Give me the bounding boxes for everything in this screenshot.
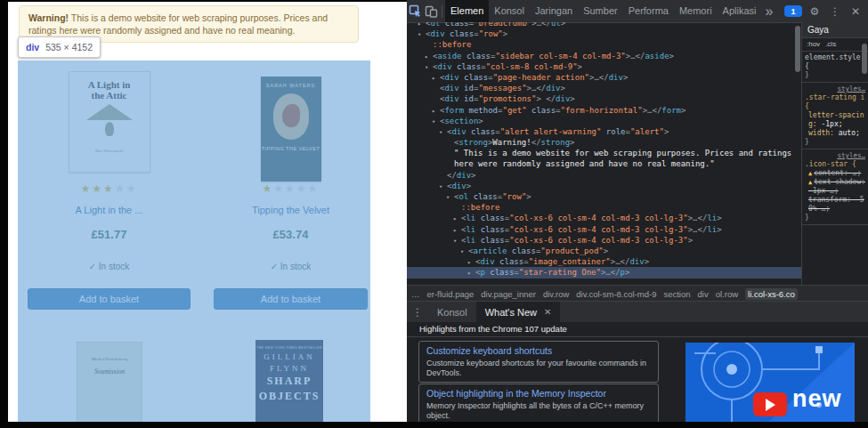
screenshot-stage: Warning! This is a demo website for web …	[0, 0, 868, 428]
syntax-token: here were randomly assigned and have no …	[454, 159, 715, 168]
drawer-tab-what-s-new[interactable]: What's New✕	[476, 302, 561, 323]
syntax-token: class	[471, 127, 495, 136]
device-toolbar-icon[interactable]	[423, 4, 439, 20]
breadcrumb-item[interactable]: er-fluid.page	[427, 289, 475, 299]
syntax-token: </	[536, 84, 546, 93]
syntax-token: class	[531, 106, 556, 115]
dom-tree-node[interactable]: ▸<div class="image_container">…</div>	[407, 256, 801, 267]
issues-badge[interactable]: 1	[784, 5, 802, 17]
dom-tree-node[interactable]: </div>	[407, 170, 801, 181]
expand-arrow-icon[interactable]: ▸	[453, 214, 461, 224]
syntax-token: ul	[430, 22, 440, 28]
whats-new-card: Customize keyboard shortcuts Customize k…	[418, 341, 659, 383]
tab-konsol[interactable]: Konsol	[489, 0, 530, 22]
dom-tree-node[interactable]: <div id="messages">…</div>	[407, 83, 801, 93]
dom-tree-node[interactable]: ▾<section>	[407, 116, 801, 126]
dom-tree-node[interactable]: ▸<form method="get" class="form-horizont…	[407, 105, 801, 116]
syntax-token: li	[707, 214, 717, 222]
css-property[interactable]: transform: -50% …;	[805, 196, 865, 214]
dom-tree-node[interactable]: ▾<div class="alert alert-warning" role="…	[407, 126, 801, 137]
css-property[interactable]: ▲content: …;	[805, 169, 865, 178]
close-devtools-icon[interactable]: ✕	[848, 4, 864, 20]
close-tab-icon[interactable]: ✕	[544, 302, 551, 323]
dom-tree-node[interactable]: ::before	[407, 202, 801, 213]
expand-arrow-icon[interactable]: ▸	[467, 268, 475, 279]
tab-performa[interactable]: Performa	[623, 0, 674, 22]
syntax-token: class	[481, 214, 505, 222]
card-link[interactable]: Object highlighting in the Memory Inspec…	[426, 388, 651, 400]
dom-tree-node[interactable]: ▾<div>	[407, 181, 801, 191]
tab-sumber[interactable]: Sumber	[578, 0, 623, 22]
cls-toggle[interactable]: .cls	[825, 38, 836, 51]
drawer-menu-icon[interactable]: ⋮	[410, 304, 426, 320]
syntax-token: class	[474, 192, 498, 201]
breadcrumb-item[interactable]: section	[663, 289, 690, 299]
settings-gear-icon[interactable]: ⚙	[807, 4, 823, 20]
dom-tree-node[interactable]: ▾<div class="col-sm-8 col-md-9">	[407, 61, 801, 72]
syntax-token: "col-xs-6 col-sm-4 col-md-3 col-lg-3"	[509, 236, 687, 245]
dom-tree-node[interactable]: " This is a demo website for web scrapin…	[407, 148, 801, 158]
drawer-tab-konsol[interactable]: Konsol	[428, 302, 476, 323]
tab-memori[interactable]: Memori	[674, 0, 718, 22]
stylesheet-link[interactable]: styles…	[805, 85, 865, 93]
dom-tree-node[interactable]: ▾<div class="row">	[407, 28, 801, 39]
dom-tree-node[interactable]: ▸<aside class="sidebar col-sm-4 col-md-3…	[407, 51, 801, 61]
expand-arrow-icon[interactable]: ▸	[425, 52, 433, 62]
more-tabs-chevron[interactable]: »	[762, 0, 777, 22]
tab-styles[interactable]: Gaya	[802, 22, 868, 38]
scrollbar[interactable]	[862, 44, 867, 74]
breadcrumb-item[interactable]: ol.row	[716, 289, 738, 299]
inspect-tooltip: div 535 × 4152	[18, 36, 101, 58]
dom-tree-node[interactable]: <strong>Warning!</strong>	[407, 137, 801, 148]
inspect-icon[interactable]	[407, 4, 423, 20]
css-property[interactable]: ▲text-shadow: -1px …;	[805, 178, 865, 196]
expand-arrow-icon[interactable]: ▸	[432, 106, 440, 117]
breadcrumb-item[interactable]: li.col-xs-6.co	[745, 288, 798, 300]
syntax-token: </	[531, 138, 541, 147]
dom-tree-node[interactable]: ::before	[407, 39, 801, 50]
breadcrumb-overflow[interactable]: …	[411, 289, 420, 299]
syntax-token: role	[606, 127, 626, 136]
scrollbar[interactable]	[795, 26, 800, 72]
breadcrumb-item[interactable]: div.col-sm-8.col-md-9	[576, 289, 656, 299]
dom-tree-node[interactable]: ▾<article class="product_pod">	[407, 246, 801, 256]
syntax-token: "col-xs-6 col-sm-4 col-md-3 col-lg-3"	[509, 214, 687, 222]
devtools-tab-strip: ElemenKonsolJaringanSumberPerformaMemori…	[445, 0, 762, 22]
syntax-token: >	[471, 171, 475, 180]
youtube-play-icon[interactable]	[753, 392, 787, 416]
warning-icon: ▲	[808, 169, 812, 178]
hov-toggle[interactable]: :hov	[807, 38, 820, 51]
syntax-token: strong	[541, 138, 571, 147]
rule-selector[interactable]: .icon-star {	[805, 160, 865, 169]
warning-alert-strong: Warning!	[28, 12, 69, 23]
dom-tree-node[interactable]: ▸<p class="star-rating One">…</p>	[407, 267, 801, 278]
card-desc: Memory Inspector highlights all the byte…	[426, 401, 651, 421]
dom-tree-node[interactable]: ▸<li class="col-xs-6 col-sm-4 col-md-3 c…	[407, 224, 801, 235]
dom-tree-node[interactable]: ▾<ol class="row">	[407, 191, 801, 202]
rule-selector[interactable]: .star-rating i {	[805, 93, 865, 111]
expand-arrow-icon[interactable]: ▸	[453, 225, 461, 236]
card-link[interactable]: Customize keyboard shortcuts	[426, 345, 651, 357]
promo-thumbnail[interactable]: new	[685, 343, 855, 422]
rule-selector[interactable]: element.style {	[805, 53, 865, 71]
css-property[interactable]: letter-spacing: -1px;	[805, 111, 865, 129]
dom-tree-node[interactable]: ▸<div class="page-header action">…</div>	[407, 72, 801, 83]
tab-aplikasi[interactable]: Aplikasi	[718, 0, 762, 22]
syntax-token: div	[546, 84, 560, 93]
breadcrumb-item[interactable]: div.row	[543, 289, 569, 299]
syntax-token: ol	[458, 192, 468, 201]
breadcrumb-item[interactable]: div	[698, 289, 709, 299]
stylesheet-link[interactable]: styles…	[805, 151, 865, 160]
breadcrumb-item[interactable]: div.page_inner	[481, 289, 536, 299]
tab-jaringan[interactable]: Jaringan	[530, 0, 578, 22]
dom-tree-node[interactable]: ▸<li class="col-xs-6 col-sm-4 col-md-3 c…	[407, 213, 801, 223]
dom-tree-node[interactable]: <div id="promotions"> </div>	[407, 93, 801, 104]
dom-tree-node[interactable]: ▸<ul class="breadcrumb">…</ul>	[407, 22, 801, 28]
kebab-menu-icon[interactable]: ⋮	[827, 4, 843, 20]
css-property-value: auto;	[839, 129, 860, 137]
syntax-token: >	[478, 117, 483, 125]
dom-tree-node[interactable]: ▾<li class="col-xs-6 col-sm-4 col-md-3 c…	[407, 235, 801, 246]
dom-tree-node[interactable]: here were randomly assigned and have no …	[407, 158, 801, 169]
css-property[interactable]: width: auto;	[805, 129, 865, 138]
tab-elemen[interactable]: Elemen	[445, 0, 489, 22]
